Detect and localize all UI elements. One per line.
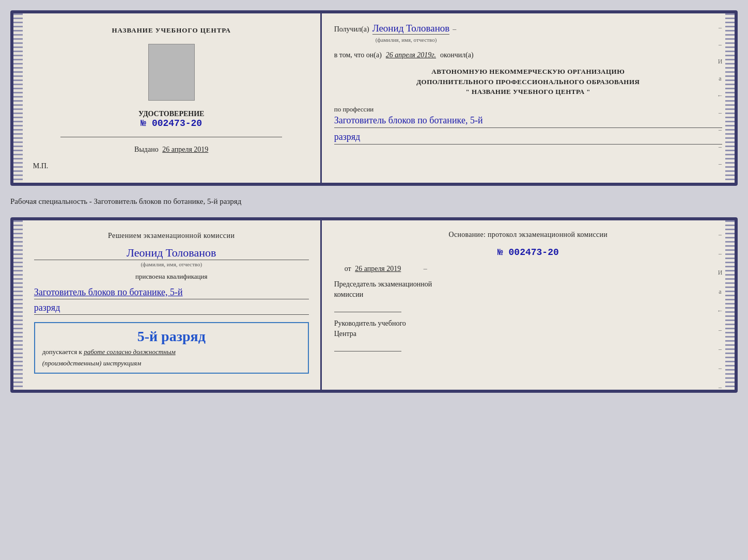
qual-margin-dash4: – [719, 345, 722, 353]
qual-rank: разряд [34, 301, 309, 315]
cert-left-panel: НАЗВАНИЕ УЧЕБНОГО ЦЕНТРА УДОСТОВЕРЕНИЕ №… [23, 13, 322, 183]
decision-text: Решением экзаменационной комиссии [34, 231, 309, 241]
name-sublabel: – [453, 25, 456, 34]
margin-dash3: – [719, 109, 722, 117]
qual-margin-dash6: – [719, 383, 722, 391]
profession-text: Заготовитель блоков по ботанике, 5-й [334, 114, 722, 128]
photo-placeholder [148, 44, 195, 101]
cert-right-panel: Получил(а) Леонид Толованов – (фамилия, … [322, 13, 735, 183]
in-that-label: в том, что он(а) [334, 51, 382, 59]
received-label: Получил(а) [334, 25, 369, 34]
qual-margin-dash2: – [719, 250, 722, 258]
margin-arrow: ← [717, 92, 723, 100]
instruction-text: (производственным) инструкциям [42, 359, 301, 367]
qual-margin-arrow: ← [717, 307, 723, 315]
udostoverenie-label: УДОСТОВЕРЕНИЕ [138, 110, 204, 118]
page-wrapper: НАЗВАНИЕ УЧЕБНОГО ЦЕНТРА УДОСТОВЕРЕНИЕ №… [10, 10, 738, 393]
org-line1: АВТОНОМНУЮ НЕКОММЕРЧЕСКУЮ ОРГАНИЗАЦИЮ [334, 67, 722, 77]
qual-name: Леонид Толованов [34, 246, 309, 260]
margin-dash5: – [719, 143, 722, 151]
certificate-document: НАЗВАНИЕ УЧЕБНОГО ЦЕНТРА УДОСТОВЕРЕНИЕ №… [10, 10, 738, 186]
basis-label: Основание: протокол экзаменационной коми… [334, 230, 722, 240]
rank-text: разряд [334, 130, 722, 145]
qual-name-sublabel: (фамилия, имя, отчество) [34, 260, 309, 267]
qual-margin-dash5: – [719, 364, 722, 372]
chairman-label2: комиссии [334, 291, 722, 299]
chairman-label: Председатель экзаменационной [334, 280, 722, 289]
margin-i: И [718, 58, 723, 66]
cert-number: № 002473-20 [138, 118, 204, 129]
org-line3: " НАЗВАНИЕ УЧЕБНОГО ЦЕНТРА " [334, 87, 722, 97]
assigned-label: присвоена квалификация [34, 273, 309, 281]
margin-dash6: – [719, 160, 722, 168]
rank-box: 5-й разряд допускается к работе согласно… [34, 322, 309, 374]
margin-dash4: – [719, 126, 722, 134]
head-signature-line [334, 342, 401, 351]
from-date-line: от 26 апреля 2019 – [345, 265, 722, 273]
chairman-signature-line [334, 303, 401, 312]
qual-margin-a: а [719, 288, 721, 296]
head-block: Руководитель учебного Центра [334, 319, 722, 351]
issued-line: Выдано 26 апреля 2019 [134, 146, 208, 154]
margin-a: а [719, 75, 721, 83]
qual-profession: Заготовитель блоков по ботанике, 5-й [34, 286, 309, 299]
qualification-document: Решением экзаменационной комиссии Леонид… [10, 217, 738, 393]
qual-margin-i: И [718, 269, 723, 277]
allowed-value: работе согласно должностным [84, 348, 176, 356]
profession-label: по профессии [334, 105, 722, 114]
org-line2: ДОПОЛНИТЕЛЬНОГО ПРОФЕССИОНАЛЬНОГО ОБРАЗО… [334, 77, 722, 87]
specialty-label: Рабочая специальность - Заготовитель бло… [10, 195, 738, 208]
chairman-block: Председатель экзаменационной комиссии [334, 280, 722, 312]
margin-dash2: – [719, 41, 722, 49]
qual-left-panel: Решением экзаменационной комиссии Леонид… [23, 220, 322, 390]
qual-left-decoration [13, 220, 23, 390]
margin-dash1: – [719, 24, 722, 31]
qual-margin-dash3: – [719, 326, 722, 334]
qual-right-panel: Основание: протокол экзаменационной коми… [322, 220, 735, 390]
protocol-number: № 002473-20 [497, 247, 559, 258]
head-label: Руководитель учебного [334, 319, 722, 328]
cert-date-hw: 26 апреля 2019г. [386, 51, 436, 59]
recipient-name: Леонид Толованов [372, 23, 450, 35]
finished-label: окончил(а) [440, 51, 474, 59]
head-label2: Центра [334, 330, 722, 338]
left-decoration [13, 13, 23, 183]
cert-title: НАЗВАНИЕ УЧЕБНОГО ЦЕНТРА [112, 26, 231, 35]
mp-label: М.П. [33, 162, 49, 170]
rank-big-text: 5-й разряд [42, 328, 301, 345]
qual-margin-dash1: – [719, 231, 722, 238]
allowed-label: допускается к [42, 348, 82, 356]
name-sublabel-cert: (фамилия, имя, отчество) [334, 37, 722, 43]
